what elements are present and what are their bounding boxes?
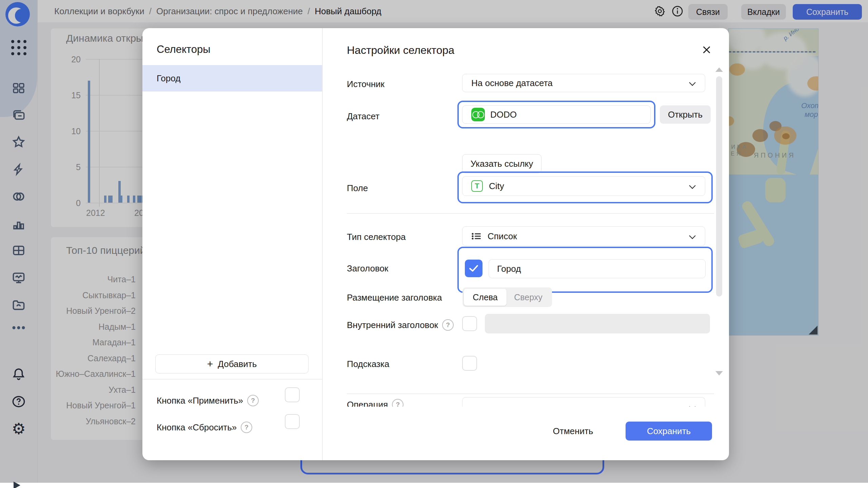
operation-row-clipped: Операция ? <box>347 397 716 407</box>
placement-segmented-control: Слева Сверху <box>462 287 552 307</box>
selector-settings-dialog: Селекторы Город + Добавить Кнопка «Приме… <box>142 28 729 460</box>
cancel-button[interactable]: Отменить <box>541 422 605 441</box>
plus-icon: + <box>207 358 213 370</box>
scrollbar-thumb[interactable] <box>716 76 722 297</box>
scroll-up-icon[interactable] <box>715 67 723 72</box>
settings-panel-title: Настройки селектора <box>347 44 454 57</box>
chevron-down-icon <box>689 402 696 407</box>
header-focus-ring <box>457 247 713 293</box>
reset-help-icon[interactable]: ? <box>241 422 252 433</box>
app-screen: Коллекции и воркбуки / Организации: спро… <box>0 0 868 488</box>
inner-header-input <box>485 314 710 333</box>
text-field-type-icon: T <box>471 180 483 192</box>
expand-play-icon[interactable] <box>14 482 20 488</box>
add-selector-button[interactable]: + Добавить <box>155 354 309 373</box>
header-checkbox[interactable] <box>465 260 482 277</box>
save-selector-button[interactable]: Сохранить <box>626 422 712 441</box>
selectors-panel-title: Селекторы <box>157 43 210 56</box>
source-select[interactable]: На основе датасета <box>462 74 705 92</box>
reset-button-row: Кнопка «Сбросить» ? <box>157 422 252 433</box>
open-dataset-button[interactable]: Открыть <box>660 105 711 124</box>
apply-button-checkbox[interactable] <box>285 387 300 402</box>
selector-type-select[interactable]: Список <box>462 226 705 246</box>
bottom-strip <box>0 483 868 488</box>
field-select[interactable]: T City <box>462 176 705 196</box>
field-focus-ring: T City <box>457 171 713 203</box>
apply-button-row: Кнопка «Применить» ? <box>157 395 259 406</box>
inner-header-checkbox[interactable] <box>462 316 477 331</box>
specify-link-button[interactable]: Указать ссылку <box>462 154 541 173</box>
operation-select[interactable] <box>462 397 705 407</box>
chevron-down-icon <box>689 78 696 88</box>
placement-top-option[interactable]: Сверху <box>507 289 550 306</box>
scroll-down-icon[interactable] <box>715 371 723 375</box>
chevron-down-icon <box>689 231 696 242</box>
dataset-input[interactable]: DODO <box>462 105 651 124</box>
reset-button-checkbox[interactable] <box>285 414 300 429</box>
list-type-icon <box>471 232 481 240</box>
dataset-focus-ring: DODO <box>457 101 655 128</box>
inner-header-help-icon[interactable]: ? <box>442 319 454 331</box>
apply-help-icon[interactable]: ? <box>247 395 259 406</box>
operation-help-icon[interactable]: ? <box>392 399 403 407</box>
dataset-icon <box>471 108 485 121</box>
placement-left-option[interactable]: Слева <box>464 289 507 306</box>
hint-checkbox[interactable] <box>462 356 477 371</box>
chevron-down-icon <box>689 181 696 191</box>
close-icon[interactable] <box>701 44 712 57</box>
selector-list-item-gorod[interactable]: Город <box>142 65 322 92</box>
header-title-input[interactable] <box>489 259 706 278</box>
